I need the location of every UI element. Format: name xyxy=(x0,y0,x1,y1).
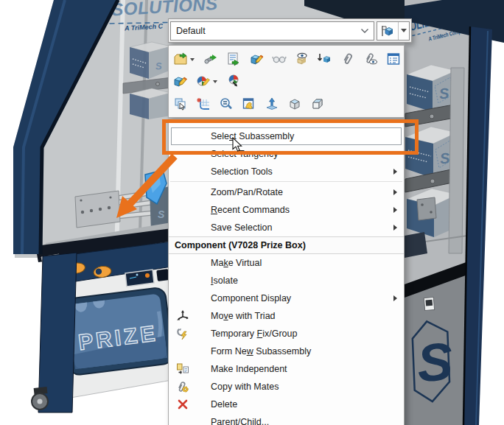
configuration-combobox[interactable]: Default xyxy=(170,21,374,41)
menu-item-zoom-pan-rotate[interactable]: Zoom/Pan/Rotate xyxy=(169,183,404,201)
menu-item-selection-tools[interactable]: Selection Tools xyxy=(169,163,404,180)
submenu-arrow-icon xyxy=(393,295,397,301)
menu-item-save-selection[interactable]: Save Selection xyxy=(169,219,404,236)
menu-item-move-with-triad[interactable]: Move with Triad xyxy=(169,307,404,325)
display-state-cube-icon xyxy=(377,22,398,40)
menu-item-recent-commands[interactable]: Recent Commands xyxy=(169,201,404,219)
submenu-arrow-icon xyxy=(393,189,397,195)
temporary-fix-icon xyxy=(176,327,189,340)
context-config-bar: Default xyxy=(168,18,412,43)
material-icon[interactable] xyxy=(226,74,241,88)
appearance-icon[interactable] xyxy=(196,74,211,88)
move-triad-icon xyxy=(176,309,189,323)
open-component-dropdown-icon[interactable] xyxy=(189,52,195,66)
open-drawing-icon[interactable] xyxy=(226,52,241,66)
configuration-value: Default xyxy=(176,26,360,36)
menu-item-select-tangency[interactable]: Select Tangency xyxy=(169,145,404,163)
select-other-icon[interactable] xyxy=(173,96,188,111)
toolbar-row-3 xyxy=(173,93,399,114)
delete-icon xyxy=(176,398,189,411)
submenu-arrow-icon xyxy=(393,207,397,213)
solidworks-viewport: SOLIDSOLUTIONS A TriMech C S xyxy=(0,0,504,425)
suppress-icon[interactable] xyxy=(318,52,332,66)
hide-components-icon[interactable] xyxy=(295,52,309,66)
copy-with-mates-icon xyxy=(176,380,189,393)
isometric-view-2-icon[interactable] xyxy=(310,96,325,111)
appearance-dropdown-icon[interactable] xyxy=(212,74,218,88)
menu-item-component-display[interactable]: Component Display xyxy=(169,289,404,307)
menu-item-form-new-subassembly[interactable]: Form New Subassembly xyxy=(169,343,404,360)
change-transparency-icon[interactable] xyxy=(272,52,287,66)
view-mates-icon[interactable] xyxy=(363,52,378,66)
menu-item-isolate[interactable]: Isolate xyxy=(169,272,404,289)
context-menu: Select Subassembly Select Tangency Selec… xyxy=(168,119,405,425)
menu-item-delete[interactable]: Delete xyxy=(169,396,404,413)
edit-in-context-icon[interactable] xyxy=(203,52,218,66)
submenu-arrow-icon xyxy=(393,169,397,175)
make-independent-icon xyxy=(176,362,189,376)
toolbar-row-2 xyxy=(173,71,399,92)
display-state-button[interactable] xyxy=(377,21,410,41)
machine-right-side: SOLIDSOLUTIONS A TriMech Compa S S xyxy=(402,0,504,425)
edit-part-icon[interactable] xyxy=(173,74,188,88)
menu-item-temporary-fix-group[interactable]: Temporary Fix/Group xyxy=(169,325,404,343)
menu-item-select-subassembly[interactable]: Select Subassembly xyxy=(169,127,404,145)
toolbar-row-1 xyxy=(173,49,399,70)
new-sketch-icon[interactable] xyxy=(196,96,211,111)
menu-section-header: Component (V7028 Prize Box) xyxy=(169,236,404,254)
crate-s-logo: S xyxy=(158,208,165,220)
prize-window: PRIZE xyxy=(60,287,174,376)
rail-bracket xyxy=(417,197,436,220)
display-state-dropdown[interactable] xyxy=(398,22,409,40)
zoom-to-selection-icon[interactable] xyxy=(219,96,234,111)
menu-item-make-independent[interactable]: Make Independent xyxy=(169,360,404,378)
move-component-icon[interactable] xyxy=(265,96,279,111)
rear-post xyxy=(449,68,464,253)
component-properties-icon[interactable] xyxy=(386,52,401,66)
appearances-window-icon[interactable] xyxy=(242,96,256,111)
menu-item-parent-child[interactable]: Parent/Child... xyxy=(169,413,404,425)
mate-icon[interactable] xyxy=(340,52,355,66)
box-s-logo: S xyxy=(155,60,162,72)
submenu-arrow-icon xyxy=(393,225,397,231)
context-toolbar xyxy=(168,45,405,118)
side-panel-s: S xyxy=(415,331,454,393)
menu-item-make-virtual[interactable]: Make Virtual xyxy=(169,254,404,272)
chevron-down-icon xyxy=(360,28,369,34)
menu-item-copy-with-mates[interactable]: Copy with Mates xyxy=(169,378,404,396)
open-component-icon[interactable] xyxy=(173,52,188,66)
isometric-view-1-icon[interactable] xyxy=(287,96,302,111)
edit-feature-icon[interactable] xyxy=(249,52,264,66)
